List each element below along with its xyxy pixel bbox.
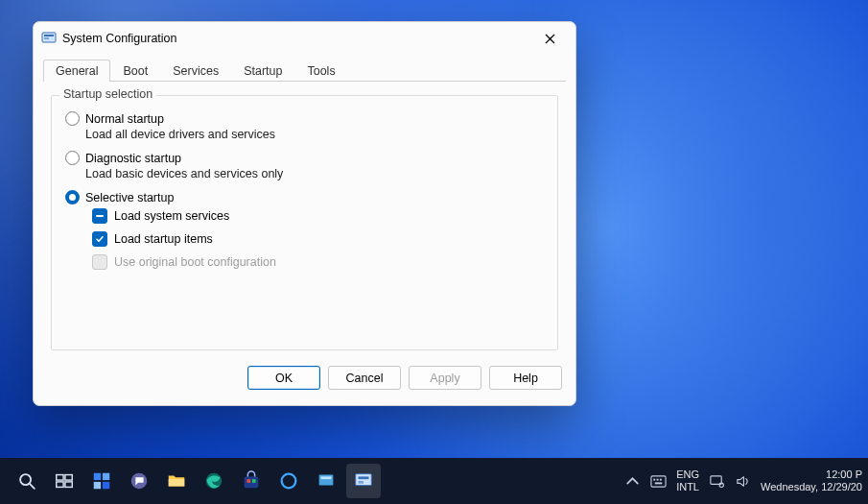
svg-rect-5 [57, 475, 63, 481]
svg-rect-20 [319, 475, 334, 486]
ok-button[interactable]: OK [247, 366, 320, 390]
tab-general[interactable]: General [43, 60, 110, 82]
svg-point-19 [282, 474, 296, 489]
svg-rect-2 [44, 37, 49, 39]
checkbox-label: Load system services [114, 209, 229, 223]
network-icon [709, 473, 725, 490]
checkbox-use-original-boot: Use original boot configuration [92, 254, 544, 270]
svg-rect-28 [660, 478, 662, 480]
help-button[interactable]: Help [489, 366, 562, 390]
app-icon [316, 470, 337, 492]
svg-rect-9 [94, 473, 101, 480]
keyboard-icon [650, 473, 667, 490]
system-configuration-dialog: System Configuration General Boot Servic… [33, 21, 576, 406]
taskbar-left [0, 464, 381, 498]
button-label: Apply [430, 372, 459, 385]
checkbox-load-startup-items[interactable]: Load startup items [92, 231, 544, 247]
chat-button[interactable] [122, 464, 156, 498]
tab-tools[interactable]: Tools [294, 60, 347, 82]
tab-boot[interactable]: Boot [110, 60, 160, 82]
svg-rect-29 [655, 482, 663, 484]
misc-app-button[interactable] [309, 464, 343, 498]
tab-label: General [56, 64, 98, 78]
tab-label: Startup [244, 64, 282, 78]
tab-label: Tools [307, 64, 335, 78]
cortana-icon [278, 470, 299, 492]
button-label: Cancel [346, 372, 384, 385]
svg-rect-6 [65, 475, 72, 481]
svg-rect-16 [245, 476, 259, 488]
taskbar: ENG INTL 12:00 P Wednesday, 12/29/20 [0, 458, 868, 504]
option-description: Load basic devices and services only [85, 167, 544, 180]
search-icon [16, 470, 37, 492]
svg-rect-11 [94, 482, 101, 489]
msconfig-icon [41, 31, 57, 46]
clock[interactable]: 12:00 P Wednesday, 12/29/20 [761, 468, 862, 492]
date-text: Wednesday, 12/29/20 [761, 481, 862, 493]
task-view-button[interactable] [47, 464, 82, 498]
taskbar-right: ENG INTL 12:00 P Wednesday, 12/29/20 [624, 468, 868, 492]
dialog-buttons: OK Cancel Apply Help [34, 356, 575, 405]
cortana-button[interactable] [271, 464, 306, 498]
msconfig-icon [353, 470, 374, 492]
search-button[interactable] [10, 464, 44, 498]
selective-sub-options: Load system services Load startup items … [92, 208, 544, 270]
radio-icon [65, 190, 80, 204]
close-icon [545, 34, 555, 44]
window-title: System Configuration [62, 32, 529, 45]
tab-divider [43, 81, 566, 82]
option-selective-startup[interactable]: Selective startup [65, 190, 544, 204]
file-explorer-button[interactable] [159, 464, 194, 498]
svg-rect-18 [252, 479, 256, 483]
radio-icon [65, 111, 80, 126]
tab-services[interactable]: Services [160, 60, 231, 82]
tab-label: Boot [123, 64, 148, 78]
svg-rect-26 [653, 478, 655, 480]
tab-startup[interactable]: Startup [231, 60, 294, 82]
option-diagnostic-startup[interactable]: Diagnostic startup Load basic devices an… [65, 151, 544, 180]
edge-button[interactable] [197, 464, 231, 498]
tab-label: Services [173, 64, 219, 78]
close-button[interactable] [529, 25, 570, 52]
option-description: Load all device drivers and services [85, 128, 544, 141]
group-legend: Startup selection [59, 87, 156, 101]
widgets-icon [91, 470, 112, 492]
msconfig-taskbar-button[interactable] [346, 464, 381, 498]
store-button[interactable] [234, 464, 269, 498]
svg-line-4 [30, 484, 35, 489]
volume-button[interactable] [735, 473, 751, 490]
ime-button[interactable] [650, 473, 667, 490]
lang-line-1: ENG [676, 468, 699, 481]
svg-rect-7 [57, 482, 63, 488]
button-label: Help [513, 372, 538, 385]
general-panel: Startup selection Normal startup Load al… [34, 82, 575, 356]
svg-rect-8 [65, 482, 72, 488]
apply-button[interactable]: Apply [409, 366, 481, 390]
checkbox-icon [92, 254, 107, 270]
checkbox-load-system-services[interactable]: Load system services [92, 208, 544, 224]
checkbox-icon [92, 231, 107, 247]
edge-icon [203, 470, 224, 492]
time-text: 12:00 P [761, 468, 862, 481]
option-normal-startup[interactable]: Normal startup Load all device drivers a… [65, 111, 544, 141]
svg-rect-24 [359, 481, 364, 484]
store-icon [241, 470, 262, 492]
network-button[interactable] [709, 473, 725, 490]
folder-icon [166, 470, 187, 492]
titlebar[interactable]: System Configuration [34, 22, 575, 53]
desktop: System Configuration General Boot Servic… [0, 0, 868, 504]
option-label: Normal startup [85, 112, 164, 126]
cancel-button[interactable]: Cancel [328, 366, 401, 390]
option-label: Diagnostic startup [85, 152, 181, 165]
startup-selection-group: Startup selection Normal startup Load al… [51, 95, 558, 350]
tray-overflow[interactable] [624, 473, 641, 490]
svg-rect-12 [103, 482, 109, 489]
radio-icon [65, 151, 80, 165]
svg-rect-27 [657, 478, 659, 480]
language-indicator[interactable]: ENG INTL [676, 468, 699, 492]
widgets-button[interactable] [84, 464, 119, 498]
svg-rect-30 [711, 475, 721, 484]
svg-rect-17 [246, 479, 250, 483]
checkbox-label: Use original boot configuration [114, 255, 276, 269]
svg-rect-1 [44, 35, 54, 36]
